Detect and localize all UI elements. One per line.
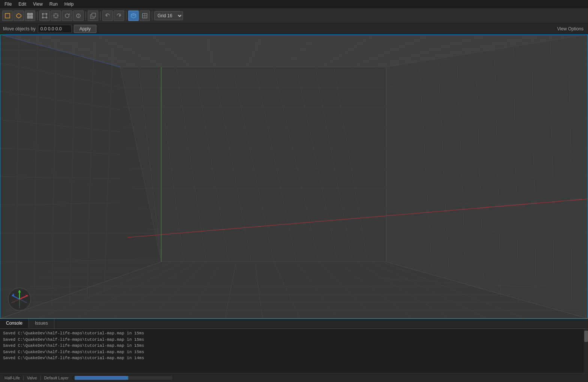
viewport[interactable] <box>0 34 588 319</box>
console-line: Saved C:\QuakeDev\half-life-maps\tutoria… <box>3 337 585 343</box>
console-output[interactable]: Saved C:\QuakeDev\half-life-maps\tutoria… <box>0 329 588 373</box>
toolbar-separator-2 <box>86 11 86 20</box>
menu-view[interactable]: View <box>30 1 46 7</box>
status-mod: Valve <box>27 376 37 380</box>
svg-rect-4 <box>27 16 30 18</box>
console-line: Saved C:\QuakeDev\half-life-maps\tutoria… <box>3 330 585 337</box>
3d-view-button[interactable] <box>128 10 139 21</box>
toolbar-separator-5 <box>152 11 152 20</box>
toolbar-separator-3 <box>100 11 100 20</box>
svg-rect-3 <box>30 13 33 15</box>
brush-tool-button[interactable] <box>14 10 24 21</box>
menu-run[interactable]: Run <box>46 1 61 7</box>
progress-bar-fill <box>75 376 128 380</box>
orientation-gizmo <box>8 287 32 311</box>
rotate-tool-button[interactable] <box>62 10 72 21</box>
move-tool-button[interactable] <box>51 10 61 21</box>
entity-tool-button[interactable] <box>25 10 35 21</box>
redo-button[interactable] <box>114 10 124 21</box>
svg-rect-9 <box>42 17 44 18</box>
status-layer: Default Layer <box>44 376 68 380</box>
svg-rect-0 <box>5 13 10 18</box>
action-bar: Move objects by Apply View Options <box>0 23 588 34</box>
svg-rect-8 <box>46 13 47 15</box>
toolbar-separator-4 <box>126 11 126 20</box>
svg-marker-1 <box>16 13 21 18</box>
svg-line-25 <box>134 15 136 16</box>
console-line: Saved C:\QuakeDev\half-life-maps\tutoria… <box>3 355 585 361</box>
resize-tool-button[interactable] <box>39 10 50 21</box>
grid-select[interactable]: Grid 1 Grid 2 Grid 4 Grid 8 Grid 16 Grid… <box>154 11 183 20</box>
console-panel: Console Issues Saved C:\QuakeDev\half-li… <box>0 319 588 373</box>
select-tool-button[interactable] <box>2 10 13 21</box>
flip-tool-button[interactable] <box>73 10 84 21</box>
menu-file[interactable]: File <box>2 1 15 7</box>
tab-issues[interactable]: Issues <box>29 319 54 328</box>
console-scrollbar[interactable] <box>584 329 588 373</box>
menu-edit[interactable]: Edit <box>15 1 29 7</box>
console-scrollbar-thumb[interactable] <box>584 331 588 342</box>
svg-point-16 <box>65 14 69 18</box>
svg-rect-5 <box>30 16 33 18</box>
svg-rect-7 <box>42 13 44 15</box>
move-objects-label: Move objects by <box>3 26 36 31</box>
status-bar: Half-Life | Valve | Default Layer <box>0 373 588 382</box>
svg-rect-10 <box>46 17 47 18</box>
move-objects-input[interactable] <box>38 25 72 33</box>
2d-view-button[interactable] <box>140 10 150 21</box>
toolbar-separator-1 <box>37 11 38 20</box>
console-line: Saved C:\QuakeDev\half-life-maps\tutoria… <box>3 349 585 355</box>
console-line: Saved C:\QuakeDev\half-life-maps\tutoria… <box>3 343 585 349</box>
svg-line-26 <box>131 15 134 16</box>
undo-button[interactable] <box>102 10 113 21</box>
progress-bar-container <box>75 376 172 380</box>
menu-bar: File Edit View Run Help <box>0 0 588 8</box>
svg-rect-20 <box>92 13 96 17</box>
svg-rect-2 <box>27 13 30 15</box>
apply-button[interactable]: Apply <box>74 25 96 33</box>
toolbar: Grid 1 Grid 2 Grid 4 Grid 8 Grid 16 Grid… <box>0 8 588 23</box>
console-tabs: Console Issues <box>0 319 588 329</box>
csg-subtract-button[interactable] <box>88 10 98 21</box>
status-game: Half-Life <box>4 376 20 380</box>
tab-console[interactable]: Console <box>0 319 29 328</box>
menu-help[interactable]: Help <box>62 1 77 7</box>
view-options-button[interactable]: View Options <box>556 25 585 32</box>
viewport-canvas <box>0 34 588 319</box>
